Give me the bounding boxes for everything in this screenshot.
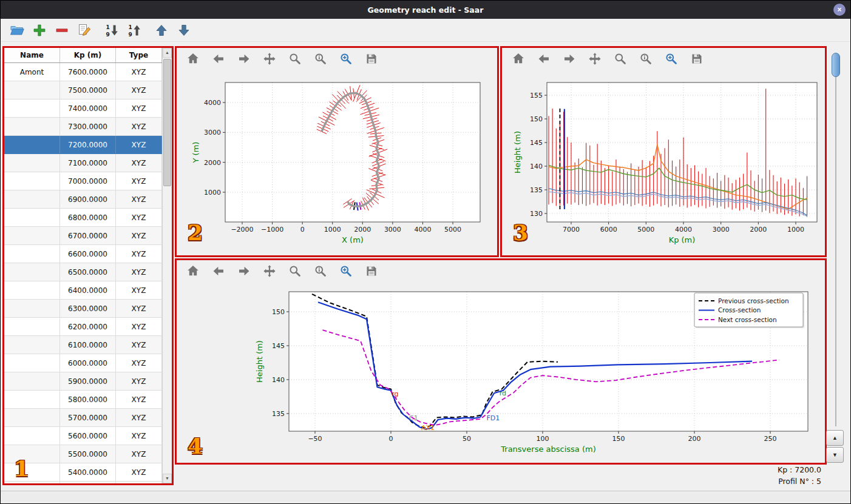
table-row[interactable]: 7100.0000XYZ bbox=[4, 154, 162, 172]
close-icon: × bbox=[837, 5, 841, 14]
edit-profile-button[interactable] bbox=[76, 22, 92, 38]
table-row[interactable]: 5600.0000XYZ bbox=[4, 427, 162, 445]
add-profile-button[interactable] bbox=[32, 22, 47, 38]
table-row[interactable]: 7200.0000XYZ bbox=[4, 136, 162, 154]
scrollbar-thumb[interactable] bbox=[163, 59, 171, 186]
cell-name bbox=[4, 263, 60, 281]
svg-text:145: 145 bbox=[272, 342, 285, 350]
zoom-icon[interactable] bbox=[612, 51, 628, 67]
pan-icon[interactable] bbox=[262, 263, 277, 279]
home-icon[interactable] bbox=[185, 51, 201, 67]
zoom-icon[interactable] bbox=[287, 263, 303, 279]
close-button[interactable]: × bbox=[833, 4, 846, 16]
forward-icon[interactable] bbox=[236, 51, 252, 67]
long-profile-plot[interactable]: 7000600050004000300020001000130135140145… bbox=[502, 70, 825, 255]
svg-text:Previous cross-section: Previous cross-section bbox=[718, 297, 789, 304]
svg-text:Y (m): Y (m) bbox=[191, 142, 200, 164]
cross-section-plot[interactable]: −50050100150200250135140145150Transverse… bbox=[177, 282, 825, 463]
home-icon[interactable] bbox=[185, 263, 201, 279]
cell-name bbox=[4, 172, 60, 190]
cell-type: XYZ bbox=[116, 300, 162, 318]
back-icon[interactable] bbox=[211, 51, 226, 67]
svg-text:0: 0 bbox=[300, 226, 305, 234]
svg-text:AX1: AX1 bbox=[421, 424, 435, 432]
column-header-kp: Kp (m) bbox=[60, 48, 116, 62]
plan-view-plot[interactable]: −2000−1000010002000300040005000100020003… bbox=[177, 70, 497, 255]
table-row[interactable]: 6400.0000XYZ bbox=[4, 281, 162, 300]
table-row[interactable]: 6000.0000XYZ bbox=[4, 354, 162, 372]
panel-number-4: 4 bbox=[188, 435, 203, 457]
forward-icon[interactable] bbox=[561, 51, 577, 67]
table-row[interactable]: 7400.0000XYZ bbox=[4, 99, 162, 118]
cell-kp: 6300.0000 bbox=[60, 300, 116, 318]
minus-icon bbox=[55, 23, 69, 38]
table-row[interactable]: 6900.0000XYZ bbox=[4, 190, 162, 209]
cell-type: XYZ bbox=[116, 209, 162, 227]
zoom-in-icon[interactable] bbox=[663, 51, 679, 67]
back-icon[interactable] bbox=[536, 51, 552, 67]
cell-kp: 6700.0000 bbox=[60, 227, 116, 245]
zoom-in-icon[interactable] bbox=[338, 51, 354, 67]
table-row[interactable]: 6200.0000XYZ bbox=[4, 318, 162, 336]
table-row[interactable]: 6300.0000XYZ bbox=[4, 300, 162, 318]
cell-kp: 7200.0000 bbox=[60, 136, 116, 154]
table-row[interactable]: Amont7600.0000XYZ bbox=[4, 63, 162, 81]
cell-kp: 6500.0000 bbox=[60, 263, 116, 281]
zoom-select-icon[interactable] bbox=[313, 263, 328, 279]
save-icon[interactable] bbox=[689, 51, 705, 67]
home-icon[interactable] bbox=[510, 51, 526, 67]
table-row[interactable]: 7000.0000XYZ bbox=[4, 172, 162, 190]
remove-profile-button[interactable] bbox=[54, 22, 70, 38]
table-scrollbar[interactable]: ▲ ▼ bbox=[162, 48, 172, 483]
table-row[interactable]: 5800.0000XYZ bbox=[4, 391, 162, 409]
profiles-table: Name Kp (m) Type Amont7600.0000XYZ7500.0… bbox=[4, 48, 162, 483]
cell-name bbox=[4, 99, 60, 118]
table-row[interactable]: 6800.0000XYZ bbox=[4, 209, 162, 227]
cell-name bbox=[4, 190, 60, 209]
cell-name bbox=[4, 336, 60, 354]
table-row[interactable]: 5300.0000XYZ bbox=[4, 482, 162, 483]
current-kp-label: Kp : 7200.0 bbox=[778, 464, 821, 475]
table-row[interactable]: 6600.0000XYZ bbox=[4, 245, 162, 263]
save-icon[interactable] bbox=[364, 51, 379, 67]
table-row[interactable]: 7500.0000XYZ bbox=[4, 81, 162, 99]
sort-ascending-button[interactable]: 19 bbox=[126, 22, 142, 38]
open-file-button[interactable] bbox=[9, 22, 25, 38]
zoom-select-icon[interactable] bbox=[313, 51, 328, 67]
move-profile-up-button[interactable] bbox=[154, 22, 169, 38]
cell-kp: 5500.0000 bbox=[60, 445, 116, 463]
save-icon[interactable] bbox=[364, 263, 379, 279]
svg-text:140: 140 bbox=[272, 376, 285, 384]
zoom-in-icon[interactable] bbox=[338, 263, 354, 279]
scroll-up-button[interactable]: ▲ bbox=[163, 48, 172, 58]
long-profile-panel: 7000600050004000300020001000130135140145… bbox=[500, 46, 827, 257]
pan-icon[interactable] bbox=[262, 51, 277, 67]
svg-text:Height (m): Height (m) bbox=[255, 340, 264, 383]
table-row[interactable]: 5700.0000XYZ bbox=[4, 409, 162, 427]
cell-type: XYZ bbox=[116, 136, 162, 154]
long-profile-toolbar bbox=[502, 48, 825, 70]
scroll-down-button[interactable]: ▼ bbox=[163, 474, 172, 483]
forward-icon[interactable] bbox=[236, 263, 252, 279]
profile-up-button[interactable]: ▲ bbox=[826, 430, 844, 446]
table-row[interactable]: 6100.0000XYZ bbox=[4, 336, 162, 354]
move-profile-down-button[interactable] bbox=[176, 22, 192, 38]
zoom-icon[interactable] bbox=[287, 51, 303, 67]
table-row[interactable]: 7300.0000XYZ bbox=[4, 118, 162, 136]
profile-down-button[interactable]: ▼ bbox=[826, 447, 844, 463]
sort-ascending-icon: 19 bbox=[127, 23, 141, 38]
zoom-select-icon[interactable] bbox=[638, 51, 654, 67]
back-icon[interactable] bbox=[211, 263, 226, 279]
table-row[interactable]: 6500.0000XYZ bbox=[4, 263, 162, 281]
slider-thumb[interactable] bbox=[832, 53, 840, 77]
sort-descending-icon: 19 bbox=[104, 23, 119, 38]
table-row[interactable]: 5900.0000XYZ bbox=[4, 372, 162, 391]
sort-descending-button[interactable]: 19 bbox=[104, 22, 120, 38]
panel-number-2: 2 bbox=[188, 221, 203, 243]
cell-type: XYZ bbox=[116, 318, 162, 336]
profile-slider[interactable] bbox=[832, 53, 840, 429]
svg-text:C1: C1 bbox=[409, 414, 418, 422]
cell-kp: 6900.0000 bbox=[60, 190, 116, 209]
pan-icon[interactable] bbox=[587, 51, 603, 67]
table-row[interactable]: 6700.0000XYZ bbox=[4, 227, 162, 245]
